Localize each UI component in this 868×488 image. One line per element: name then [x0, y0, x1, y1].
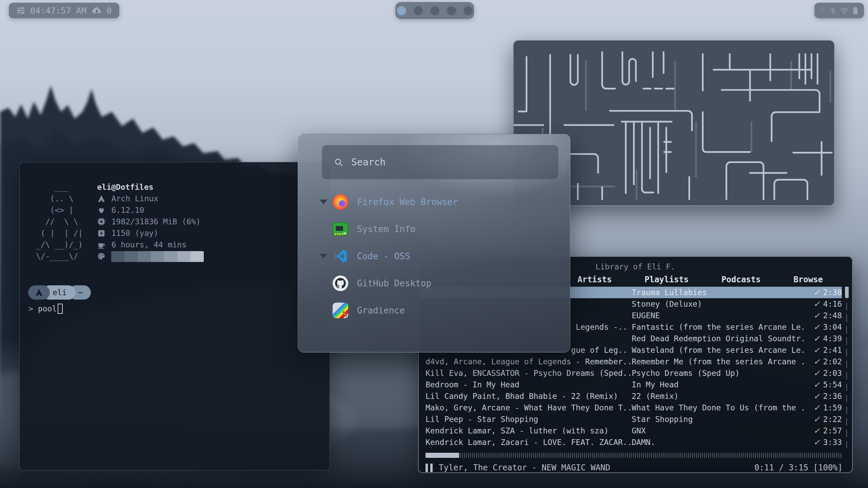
track-duration: 1:59: [823, 403, 842, 412]
player-tabs: Artists Playlists Podcasts Browse: [577, 275, 823, 284]
chevron-spacer: [320, 308, 327, 313]
battery-icon[interactable]: [852, 6, 859, 15]
search-placeholder: Search: [351, 157, 386, 168]
workspace-dot-4[interactable]: [447, 6, 456, 15]
packages-box-icon: [97, 229, 106, 238]
app-row-firefox[interactable]: Firefox Web Browser: [298, 188, 570, 216]
track-row[interactable]: Bedroom - In My Head In My Head 5:54: [420, 379, 842, 390]
chevron-down-icon[interactable]: [320, 200, 327, 204]
track-title: EUGENE: [632, 311, 805, 320]
playback-time: 0:11 / 3:15 [100%]: [754, 463, 843, 472]
fetch-title: eli@Dotfiles: [97, 181, 204, 193]
wifi-icon[interactable]: [840, 6, 849, 15]
app-row-code-oss[interactable]: Code - OSS: [298, 243, 570, 270]
prompt-symbol: >: [28, 303, 33, 314]
check-icon: [813, 323, 820, 331]
track-duration: 2:22: [823, 415, 842, 424]
workspace-dot-5[interactable]: [463, 6, 473, 15]
track-row[interactable]: Mako, Grey, Arcane - What Have They Done…: [420, 402, 842, 413]
topbar-tray-pill: [814, 3, 864, 18]
workspace-dot-3[interactable]: [430, 6, 439, 15]
cloud-download-icon[interactable]: [92, 6, 102, 15]
track-artist: d4vd, Arcane, League of Legends - Rememb…: [426, 357, 632, 366]
system-info-icon: [333, 221, 348, 237]
check-icon: [813, 392, 820, 401]
terminal-window[interactable]: ___ (.. \ (<> | // \ \ ( | | /| _/\ __)/…: [19, 162, 330, 470]
track-duration: 2:02: [823, 357, 842, 366]
clock: 04:47:57 AM: [30, 6, 86, 16]
command-line[interactable]: > pool: [28, 303, 63, 314]
topbar-status-pill: 04:47:57 AM 0: [9, 3, 119, 18]
palette-swatch: [111, 251, 124, 262]
app-row-system-info[interactable]: System Info: [298, 216, 570, 243]
check-icon: [813, 415, 820, 424]
chevron-spacer: [320, 281, 327, 286]
track-title: What Have They Done To Us (from the ..: [632, 403, 805, 412]
check-icon: [813, 346, 820, 354]
pause-icon[interactable]: [426, 464, 433, 472]
app-row-gradience[interactable]: Gradience: [298, 297, 570, 324]
track-row[interactable]: Lil Candy Paint, Bhad Bhabie - 22 (Remix…: [420, 390, 842, 402]
fetch-memory: 1982/31836 MiB (6%): [111, 216, 200, 227]
search-input[interactable]: Search: [322, 145, 558, 179]
desktop: 04:47:57 AM 0: [0, 0, 868, 488]
seek-bar-fill: [426, 453, 459, 458]
track-row[interactable]: d4vd, Arcane, League of Legends - Rememb…: [420, 356, 842, 367]
track-title: Psycho Dreams (Sped Up): [632, 369, 805, 378]
tab-browse[interactable]: Browse: [793, 275, 823, 284]
fastfetch-output: ___ (.. \ (<> | // \ \ ( | | /| _/\ __)/…: [36, 181, 204, 262]
tab-podcasts[interactable]: Podcasts: [722, 275, 761, 284]
fetch-uptime: 6 hours, 44 mins: [111, 239, 186, 250]
track-duration: 2:36: [823, 392, 842, 401]
scrollbar-track[interactable]: [846, 289, 847, 448]
track-artist: Lil Peep - Star Shopping: [426, 415, 632, 424]
app-results-list: Firefox Web Browser System Info Code - O…: [298, 188, 570, 324]
palette-icon: [97, 252, 106, 261]
check-icon: [813, 369, 820, 378]
memory-chip-icon: [97, 217, 106, 226]
track-row[interactable]: Kill Eva, ENCASSATOR - Psycho Dreams (Sp…: [420, 367, 842, 379]
check-icon: [813, 357, 820, 366]
tab-playlists[interactable]: Playlists: [645, 275, 689, 284]
chevron-spacer: [320, 227, 327, 231]
track-title: Remember Me (from the series Arcane ..: [632, 357, 805, 366]
track-title: Trauma Lullabies: [632, 288, 805, 297]
track-row[interactable]: Kendrick Lamar, Zacari - LOVE. FEAT. ZAC…: [420, 436, 842, 448]
track-artist: Kill Eva, ENCASSATOR - Psycho Dreams (Sp…: [426, 369, 632, 378]
palette-swatch: [191, 251, 204, 262]
palette-swatch: [177, 251, 191, 262]
tab-artists[interactable]: Artists: [577, 275, 612, 284]
track-duration: 3:33: [823, 438, 842, 447]
track-title: Stoney (Deluxe): [632, 300, 805, 308]
sliders-icon[interactable]: [16, 6, 25, 15]
track-title: Red Dead Redemption Original Soundtr..: [632, 334, 805, 343]
app-label: GitHub Desktop: [357, 278, 431, 288]
track-duration: 4:39: [823, 334, 842, 343]
track-row[interactable]: Lil Peep - Star Shopping Star Shopping 2…: [420, 413, 842, 425]
track-title: Fantastic (from the series Arcane Le..: [632, 323, 805, 331]
scrollbar-thumb[interactable]: [845, 287, 849, 298]
track-title: 22 (Remix): [632, 392, 805, 401]
bluetooth-off-icon[interactable]: [829, 6, 837, 15]
palette-swatch: [124, 251, 138, 262]
chevron-down-icon[interactable]: [320, 254, 327, 259]
firefox-icon: [333, 194, 348, 210]
fetch-packages: 1150 (yay): [111, 227, 158, 239]
seek-bar[interactable]: [426, 453, 843, 458]
workspace-switcher: [395, 2, 474, 19]
track-title: GNX: [632, 426, 805, 435]
track-title: Wasteland (from the series Arcane Le..: [632, 346, 805, 354]
chevron-left-icon[interactable]: [819, 6, 826, 15]
shell-prompt: eli ~: [28, 285, 91, 300]
app-label: Code - OSS: [357, 251, 410, 261]
workspace-dot-2[interactable]: [414, 6, 423, 15]
palette-swatch: [164, 251, 177, 262]
app-launcher: Search Firefox Web Browser System Info: [298, 134, 570, 352]
uptime-cup-icon: [97, 240, 106, 249]
app-row-github-desktop[interactable]: GitHub Desktop: [298, 270, 570, 297]
track-duration: 2:57: [823, 426, 842, 435]
workspace-dot-1[interactable]: [397, 6, 406, 15]
prompt-arch-segment: [28, 285, 50, 300]
kernel-heart-icon: [97, 206, 106, 215]
track-row[interactable]: Kendrick Lamar, SZA - luther (with sza) …: [420, 425, 842, 436]
